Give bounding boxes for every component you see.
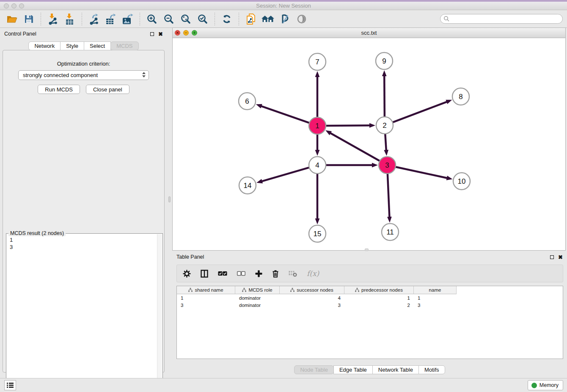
select-all-icon	[218, 271, 227, 276]
apply-layout-button[interactable]	[220, 12, 234, 26]
tab-motifs[interactable]: Motifs	[418, 365, 445, 374]
table-cell: 1	[414, 295, 457, 301]
graph-edge-arrow	[256, 179, 263, 183]
optimization-criterion-label: Optimization criterion:	[3, 61, 164, 67]
graph-edge-1-2[interactable]	[325, 125, 371, 126]
table-settings-button[interactable]	[183, 268, 191, 279]
zoom-fit-button[interactable]	[179, 12, 193, 26]
graph-edge-4-14[interactable]	[261, 167, 310, 182]
close-panel-icon[interactable]: ✖	[158, 32, 163, 36]
column-header-predecessor-nodes[interactable]: predecessor nodes	[344, 286, 414, 294]
graph-node-label: 2	[383, 121, 386, 130]
tab-network-table[interactable]: Network Table	[372, 365, 419, 374]
optimization-criterion-select[interactable]: strongly connected component	[18, 70, 149, 80]
export-table-button[interactable]	[104, 12, 118, 26]
graph-node-label: 1	[315, 122, 319, 130]
tab-style[interactable]: Style	[60, 41, 84, 50]
run-mcds-button[interactable]: Run MCDS	[38, 85, 80, 94]
graph-edge-1-6[interactable]	[260, 106, 310, 123]
mcds-result-list[interactable]: 1 3	[7, 234, 157, 392]
global-search[interactable]	[440, 14, 563, 24]
table-row[interactable]: 3dominator323	[177, 301, 563, 309]
zoom-fit-icon	[180, 14, 191, 25]
import-network-button[interactable]	[46, 12, 60, 26]
zoom-selected-button[interactable]	[195, 12, 210, 26]
table-cell: 1	[177, 295, 235, 301]
import-table-button[interactable]	[63, 12, 77, 26]
result-scrollbar[interactable]	[157, 234, 162, 392]
graph-node-label: 9	[382, 57, 386, 65]
network-window-titlebar[interactable]: ✕ − + scc.txt	[173, 28, 565, 38]
plus-icon	[255, 270, 262, 277]
graph-node-label: 8	[459, 93, 462, 101]
close-table-panel-icon[interactable]: ✖	[558, 255, 563, 259]
graph-edge-arrow	[325, 130, 332, 135]
table-row[interactable]: 1dominator411	[177, 294, 563, 301]
clone-network-button[interactable]	[244, 12, 258, 26]
column-header-MCDS-role[interactable]: MCDS role	[235, 286, 280, 294]
graph-edge-arrow	[387, 217, 392, 223]
graph-edge-3-11[interactable]	[388, 173, 390, 218]
column-header-successor-nodes[interactable]: successor nodes	[280, 286, 344, 294]
table-panel-header: Table Panel ✖	[172, 252, 567, 262]
network-title: scc.txt	[173, 30, 565, 36]
panel-splitter-handle[interactable]	[168, 196, 171, 202]
table-cell: 3	[177, 303, 235, 308]
window-splitter-handle[interactable]	[365, 248, 369, 251]
delete-row-button[interactable]	[272, 268, 279, 279]
show-graphics-details-button[interactable]	[278, 12, 292, 26]
tab-mcds[interactable]: MCDS	[110, 41, 138, 50]
home-houses-icon	[261, 14, 275, 24]
graph-node-label: 10	[458, 177, 466, 185]
add-row-button[interactable]	[255, 268, 262, 279]
clone-network-icon	[245, 13, 256, 25]
zoom-out-icon	[163, 14, 174, 25]
graph-edge-2-3[interactable]	[385, 133, 386, 152]
search-input[interactable]	[450, 15, 562, 23]
show-columns-button[interactable]	[201, 268, 208, 279]
memory-status-icon	[531, 383, 537, 388]
zoom-out-button[interactable]	[162, 12, 176, 26]
deselect-all-icon	[237, 271, 245, 276]
memory-label: Memory	[539, 382, 559, 388]
network-graph[interactable]: 7968124314101511	[173, 38, 565, 250]
float-panel-icon[interactable]	[150, 32, 154, 36]
export-network-button[interactable]	[87, 12, 101, 26]
fx-icon: f(x)	[307, 269, 319, 278]
column-header-name[interactable]: name	[414, 286, 457, 294]
tab-select[interactable]: Select	[84, 41, 111, 50]
zoom-in-button[interactable]	[145, 12, 159, 26]
toolbar-separator	[82, 13, 82, 25]
graph-edge-2-9[interactable]	[384, 75, 385, 117]
render-eye-button[interactable]	[295, 12, 309, 26]
columns-icon	[201, 270, 208, 278]
graph-edge-arrow	[372, 163, 378, 168]
toolbar-separator	[41, 13, 41, 25]
memory-button[interactable]: Memory	[528, 380, 563, 390]
delete-table-icon	[289, 270, 297, 277]
task-history-button[interactable]	[4, 380, 16, 390]
network-canvas[interactable]: 7968124314101511	[173, 38, 565, 250]
first-neighbors-button[interactable]	[261, 12, 275, 26]
tab-network[interactable]: Network	[28, 41, 61, 50]
graph-node-label: 6	[245, 97, 249, 105]
column-header-shared-name[interactable]: shared name	[177, 286, 235, 294]
graph-edge-arrow	[369, 123, 375, 128]
tab-edge-table[interactable]: Edge Table	[333, 365, 373, 374]
toolbar-separator	[140, 13, 140, 25]
mcds-panel: Optimization criterion: strongly connect…	[3, 50, 165, 373]
list-icon	[7, 382, 14, 388]
export-image-button[interactable]	[121, 12, 135, 26]
criterion-value: strongly connected component	[23, 72, 98, 78]
graph-node-label: 7	[315, 58, 319, 66]
select-all-button[interactable]	[218, 268, 227, 279]
deselect-all-button[interactable]	[237, 268, 245, 279]
float-table-panel-icon[interactable]	[550, 255, 554, 259]
close-panel-button[interactable]: Close panel	[86, 85, 129, 94]
tab-node-table[interactable]: Node Table	[294, 365, 334, 374]
graph-edge-3-10[interactable]	[395, 167, 449, 178]
graph-edge-2-8[interactable]	[392, 101, 448, 122]
save-session-button[interactable]	[22, 12, 36, 26]
graph-edge-3-1[interactable]	[329, 133, 380, 161]
open-file-button[interactable]	[5, 12, 19, 26]
